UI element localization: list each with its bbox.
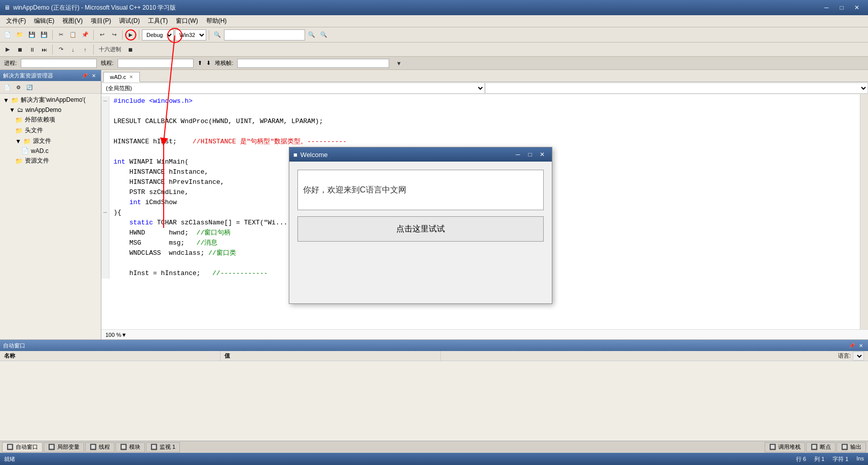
line-ind-12: ─: [101, 208, 109, 218]
step-out-btn[interactable]: ↑: [80, 44, 91, 55]
platform-dropdown[interactable]: Win32: [175, 29, 206, 41]
sol-refresh-btn[interactable]: 🔄: [24, 82, 34, 92]
bottom-col-headers: 名称 值 语言:: [0, 351, 868, 361]
thread-input[interactable]: [118, 59, 194, 68]
bottom-pin-btn[interactable]: 📌: [848, 341, 856, 350]
menu-help[interactable]: 帮助(H): [202, 16, 231, 26]
col-name: 名称: [0, 351, 220, 361]
tree-project[interactable]: ▼ 🗂 winAppDemo: [1, 105, 100, 114]
panel-pin-btn[interactable]: 📌: [81, 71, 89, 80]
auto-window-label: 自动窗口: [16, 443, 38, 451]
scope-dropdown[interactable]: (全局范围): [101, 83, 485, 94]
scrollbar-right[interactable]: [860, 94, 868, 329]
tree-header-files[interactable]: 📁 头文件: [1, 125, 100, 136]
solution-expand-icon: ▼: [3, 97, 9, 104]
minimize-button[interactable]: ─: [819, 2, 834, 13]
menu-tools[interactable]: 工具(T): [144, 16, 172, 26]
line-ind-5: [101, 137, 109, 147]
popup-body: 你好，欢迎来到C语言中文网 点击这里试试: [289, 162, 552, 303]
solution-icon: 📁: [11, 97, 19, 104]
line-ind-7: [101, 157, 109, 167]
save-all-button[interactable]: 💾: [39, 29, 50, 41]
line-ind-8: [101, 167, 109, 177]
tab-close-btn[interactable]: ✕: [129, 74, 133, 80]
debug-btn2[interactable]: ⏹: [14, 44, 25, 55]
debug-btn1[interactable]: ▶: [2, 44, 13, 55]
member-dropdown[interactable]: [485, 83, 869, 94]
paste-button[interactable]: 📌: [80, 29, 91, 41]
search-btn1[interactable]: 🔍: [306, 29, 317, 41]
breakpoints-label: 断点: [820, 443, 831, 451]
sol-prop-btn[interactable]: ⚙: [13, 82, 23, 92]
debug-btn4[interactable]: ⏭: [39, 44, 50, 55]
stack-dropdown-btn[interactable]: ▼: [393, 58, 404, 69]
debug-btn3[interactable]: ⏸: [26, 44, 37, 55]
save-button[interactable]: 💾: [26, 29, 37, 41]
modules-label: 模块: [129, 443, 140, 451]
menu-debug[interactable]: 调试(D): [115, 16, 144, 26]
callstack-label: 调用堆栈: [778, 443, 801, 451]
tab-threads[interactable]: 🔲 线程: [85, 442, 115, 452]
popup-action-btn[interactable]: 点击这里试试: [297, 216, 544, 242]
open-button[interactable]: 📁: [14, 29, 25, 41]
modules-icon: 🔲: [120, 444, 127, 450]
stack-input[interactable]: [237, 59, 389, 68]
line-ind-14: [101, 228, 109, 238]
popup-minimize-btn[interactable]: ─: [512, 149, 523, 160]
bottom-close-btn[interactable]: ✕: [857, 341, 865, 350]
new-button[interactable]: 📄: [2, 29, 13, 41]
redo-button[interactable]: ↪: [108, 29, 120, 41]
tree-source-files[interactable]: ▼ 📁 源文件: [1, 136, 100, 146]
search-btn2[interactable]: 🔍: [318, 29, 329, 41]
stop-btn[interactable]: ⏹: [125, 44, 136, 55]
tab-label: wAD.c: [110, 74, 126, 80]
code-text-4: [109, 127, 860, 137]
tab-locals[interactable]: 🔲 局部变量: [44, 442, 84, 452]
tab-callstack[interactable]: 🔲 调用堆栈: [765, 442, 805, 452]
copy-button[interactable]: 📋: [67, 29, 79, 41]
step-into-btn[interactable]: ↓: [67, 44, 79, 55]
popup-text-area: 你好，欢迎来到C语言中文网: [297, 170, 544, 210]
tab-auto-window[interactable]: 🔲 自动窗口: [2, 442, 43, 452]
comment-15: //消息: [197, 239, 218, 247]
line-ind-17: [101, 258, 109, 268]
status-text: 就绪: [4, 455, 15, 463]
language-select[interactable]: [853, 352, 864, 361]
include-str: <windows.h>: [149, 97, 193, 105]
popup-btn-label: 点击这里试试: [396, 224, 445, 235]
menu-file[interactable]: 文件(F): [2, 16, 30, 26]
menu-edit[interactable]: 编辑(E): [30, 16, 58, 26]
popup-close-btn[interactable]: ✕: [537, 149, 548, 160]
config-dropdown[interactable]: Debug: [142, 29, 174, 41]
step-over-btn[interactable]: ↷: [55, 44, 66, 55]
find-button[interactable]: 🔍: [212, 29, 223, 41]
maximize-button[interactable]: □: [835, 2, 849, 13]
popup-maximize-btn[interactable]: □: [524, 149, 536, 160]
cut-button[interactable]: ✂: [55, 29, 66, 41]
sol-new-btn[interactable]: 📄: [2, 82, 12, 92]
menu-view[interactable]: 视图(V): [58, 16, 87, 26]
tree-resource-files[interactable]: 📁 资源文件: [1, 156, 100, 166]
tab-wad[interactable]: wAD.c ✕: [103, 72, 140, 82]
hex-button[interactable]: 十六进制: [96, 44, 124, 55]
run-button[interactable]: ▶: [125, 29, 136, 41]
zoom-dropdown-icon[interactable]: ▼: [121, 332, 127, 338]
tab-modules[interactable]: 🔲 模块: [116, 442, 145, 452]
tab-breakpoints[interactable]: 🔲 断点: [806, 442, 836, 452]
tab-watch1[interactable]: 🔲 监视 1: [146, 442, 180, 452]
toolbar-debug: ▶ ⏹ ⏸ ⏭ ↷ ↓ ↑ 十六进制 ⏹: [0, 43, 868, 57]
find-input[interactable]: [224, 29, 305, 41]
solution-tree: ▼ 📁 解决方案'winAppDemo'( ▼ 🗂 winAppDemo 📁 外…: [0, 94, 101, 339]
tree-external-deps[interactable]: 📁 外部依赖项: [1, 114, 100, 125]
tree-wad-file[interactable]: 📄 wAD.c: [1, 146, 100, 156]
menu-window[interactable]: 窗口(W): [172, 16, 202, 26]
process-input[interactable]: [21, 59, 97, 68]
close-button[interactable]: ✕: [850, 2, 864, 13]
col-label: 列 1: [814, 455, 824, 463]
menu-project[interactable]: 项目(P): [87, 16, 115, 26]
panel-close-btn[interactable]: ✕: [90, 71, 98, 80]
auto-window-icon: 🔲: [7, 444, 14, 450]
tab-output[interactable]: 🔲 输出: [837, 442, 866, 452]
tree-solution[interactable]: ▼ 📁 解决方案'winAppDemo'(: [1, 95, 100, 105]
undo-button[interactable]: ↩: [96, 29, 107, 41]
